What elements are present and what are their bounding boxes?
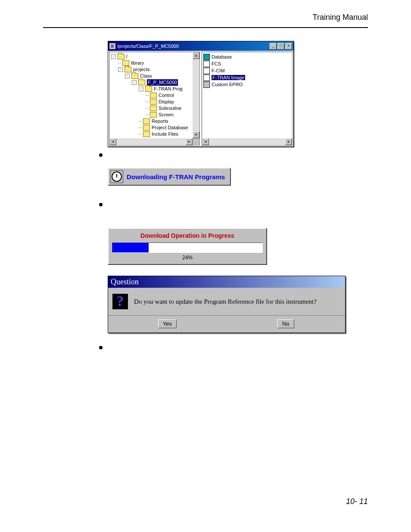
- list-item[interactable]: FCS: [203, 60, 291, 67]
- tree-item-label: Include Files: [152, 131, 178, 137]
- list-item-label: Custom EPRO: [212, 82, 243, 87]
- downloading-label: Downloading F-TRAN Programs: [127, 173, 225, 180]
- list-hscroll[interactable]: ◂ ▸: [202, 138, 292, 145]
- expander-icon[interactable]: -: [139, 87, 143, 91]
- question-icon: ?: [112, 294, 128, 309]
- folder-icon: [125, 67, 131, 72]
- tree-item-label: Subroutine: [159, 105, 181, 112]
- fcim-icon: [203, 68, 210, 74]
- folder-icon: [122, 60, 129, 66]
- list-item-label: F-CIM: [212, 68, 225, 73]
- tree-item[interactable]: Control: [111, 92, 198, 99]
- list-item[interactable]: Database: [203, 53, 291, 60]
- progress-bar: [112, 243, 263, 253]
- scroll-left-icon[interactable]: ◂: [109, 138, 116, 145]
- fcs-icon: [203, 61, 210, 67]
- close-button[interactable]: ×: [285, 43, 292, 50]
- folder-icon: [145, 86, 152, 92]
- page-footer: 10- 11: [346, 497, 368, 506]
- progress-window: Download Operation in Progress 24%: [108, 228, 267, 265]
- expander-icon[interactable]: -: [125, 74, 130, 78]
- tree-item[interactable]: Display: [111, 99, 198, 105]
- scroll-right-icon[interactable]: ▸: [285, 138, 292, 145]
- bullet-1: [99, 153, 368, 157]
- tree-item-label: projects: [133, 66, 150, 73]
- tree-item[interactable]: -/: [111, 53, 198, 60]
- tree-pane[interactable]: -/library-projects-Class-F_P_MC5000-F-TR…: [109, 52, 200, 146]
- tree-item[interactable]: Include Files: [111, 131, 198, 137]
- yes-button[interactable]: Yes: [158, 319, 177, 328]
- tree-item-label: Class: [140, 73, 152, 79]
- question-message: Do you want to update the Program Refere…: [134, 298, 317, 305]
- progress-fill: [112, 243, 149, 252]
- folder-icon: [150, 99, 157, 105]
- tree-hscroll[interactable]: ◂ ▸: [109, 138, 193, 145]
- folder-icon: [150, 93, 157, 98]
- clock-icon: [110, 170, 123, 183]
- folder-icon: [118, 54, 125, 59]
- folder-icon: [143, 118, 150, 124]
- tree-item-label: F-TRAN Prog: [154, 86, 183, 92]
- bullet-3: [99, 346, 368, 349]
- scroll-right-icon[interactable]: ▸: [186, 138, 193, 145]
- window-title: /projects/Class/F_P_MC5000: [117, 44, 270, 49]
- tree-item[interactable]: -F_P_MC5000: [111, 79, 198, 86]
- list-item-label: FCS: [212, 61, 221, 66]
- scroll-up-icon[interactable]: ▴: [193, 52, 199, 59]
- tree-item[interactable]: Screen: [111, 112, 198, 118]
- tree-item-label: Control: [159, 92, 174, 99]
- progress-percent: 24%: [112, 255, 263, 261]
- progress-title: Download Operation in Progress: [112, 232, 263, 239]
- tree-item-label: F_P_MC5000: [147, 79, 178, 86]
- scroll-left-icon[interactable]: ◂: [202, 138, 209, 145]
- question-dialog: Question ? Do you want to update the Pro…: [108, 276, 346, 333]
- tree-item[interactable]: -Class: [111, 73, 198, 79]
- tree-item-label: Reports: [152, 118, 168, 124]
- folder-icon: [150, 112, 157, 118]
- app-icon: ⊞: [109, 43, 115, 49]
- tree-item[interactable]: -F-TRAN Prog: [111, 86, 198, 92]
- minimize-button[interactable]: _: [270, 43, 277, 50]
- downloading-panel: Downloading F-TRAN Programs: [108, 168, 231, 186]
- expander-icon[interactable]: -: [111, 54, 116, 59]
- tree-item-label: Project Database: [152, 124, 188, 131]
- folder-icon: [138, 80, 145, 85]
- tree-item[interactable]: Project Database: [111, 124, 198, 131]
- window-titlebar[interactable]: ⊞ /projects/Class/F_P_MC5000 _ □ ×: [108, 41, 293, 51]
- chip-icon: [203, 81, 210, 88]
- list-item-label: Database: [212, 54, 232, 59]
- project-window: ⊞ /projects/Class/F_P_MC5000 _ □ × -/lib…: [108, 41, 294, 147]
- folder-icon: [143, 131, 150, 137]
- scroll-down-icon[interactable]: ▾: [193, 131, 199, 138]
- folder-icon: [131, 73, 138, 79]
- doc-icon: [203, 75, 210, 81]
- question-title: Question: [108, 276, 345, 288]
- list-item[interactable]: Custom EPRO: [203, 81, 291, 88]
- tree-item-label: Display: [159, 99, 174, 105]
- tree-item-label: /: [126, 53, 128, 60]
- db-icon: [203, 54, 210, 60]
- tree-item[interactable]: Subroutine: [111, 105, 198, 112]
- no-button[interactable]: No: [277, 319, 294, 328]
- tree-item[interactable]: -projects: [111, 66, 198, 73]
- list-item-label: F-TRAN Image: [212, 75, 245, 80]
- list-pane[interactable]: DatabaseFCSF-CIMF-TRAN ImageCustom EPRO …: [202, 52, 293, 146]
- header-rule: [43, 27, 368, 28]
- tree-item-label: library: [131, 60, 144, 66]
- tree-vscroll[interactable]: ▴ ▾: [193, 52, 199, 138]
- maximize-button[interactable]: □: [277, 43, 284, 50]
- expander-icon[interactable]: -: [118, 67, 123, 72]
- folder-icon: [150, 106, 157, 111]
- expander-icon[interactable]: -: [132, 80, 137, 85]
- tree-item[interactable]: Reports: [111, 118, 198, 124]
- folder-icon: [143, 125, 150, 131]
- list-item[interactable]: F-TRAN Image: [203, 74, 291, 81]
- tree-item[interactable]: library: [111, 60, 198, 66]
- tree-item-label: Screen: [159, 112, 174, 118]
- bullet-2: [99, 203, 368, 206]
- list-item[interactable]: F-CIM: [203, 67, 291, 74]
- page-header: Training Manual: [43, 13, 368, 27]
